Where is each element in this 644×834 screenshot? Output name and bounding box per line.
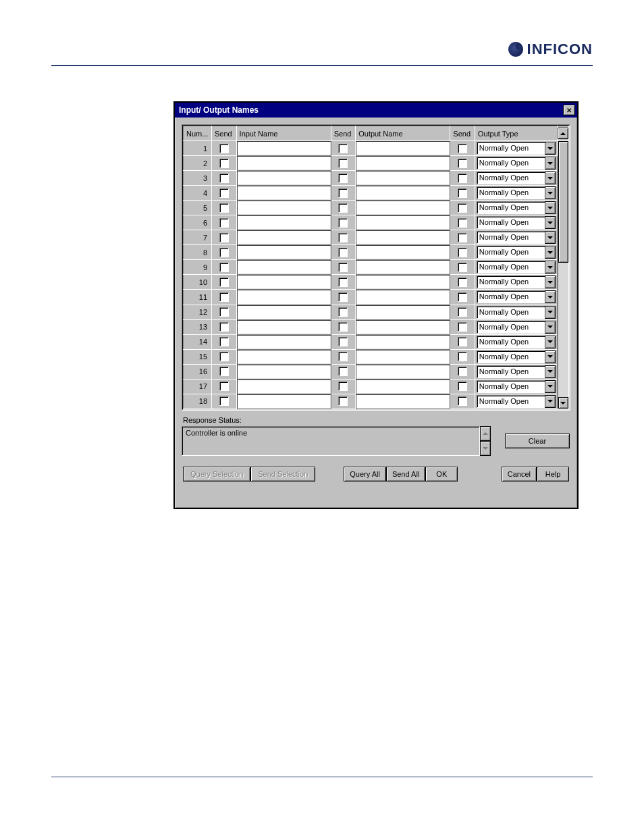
output-type-cell[interactable]: Normally Open: [475, 186, 557, 201]
output-type-cell[interactable]: Normally Open: [475, 215, 557, 230]
send-input-checkbox[interactable]: [212, 305, 237, 319]
checkbox[interactable]: [338, 159, 348, 168]
checkbox[interactable]: [338, 248, 348, 257]
checkbox[interactable]: [338, 278, 348, 287]
send-input-checkbox[interactable]: [212, 186, 237, 201]
checkbox[interactable]: [219, 352, 229, 361]
output-type-dropdown-button[interactable]: [545, 201, 556, 214]
send-input-checkbox[interactable]: [212, 364, 237, 379]
checkbox[interactable]: [458, 203, 467, 213]
output-type-dropdown-button[interactable]: [545, 365, 556, 378]
checkbox[interactable]: [338, 292, 348, 302]
checkbox[interactable]: [458, 352, 467, 361]
checkbox[interactable]: [338, 218, 348, 228]
send-output-checkbox[interactable]: [331, 230, 356, 245]
output-name-field[interactable]: [356, 379, 450, 394]
send-input-checkbox[interactable]: [212, 319, 237, 334]
checkbox[interactable]: [219, 263, 229, 272]
send-type-checkbox[interactable]: [450, 290, 475, 305]
checkbox[interactable]: [338, 174, 348, 183]
input-name-field[interactable]: [236, 230, 331, 245]
output-type-cell[interactable]: Normally Open: [475, 201, 557, 215]
output-type-dropdown-button[interactable]: [545, 276, 556, 288]
output-type-dropdown-button[interactable]: [545, 380, 556, 393]
checkbox[interactable]: [458, 322, 467, 332]
send-type-checkbox[interactable]: [450, 260, 475, 275]
output-type-cell[interactable]: Normally Open: [475, 275, 557, 290]
output-name-field[interactable]: [356, 319, 450, 334]
send-output-checkbox[interactable]: [331, 156, 356, 171]
output-type-cell[interactable]: Normally Open: [475, 141, 557, 156]
input-name-field[interactable]: [236, 394, 331, 409]
checkbox[interactable]: [338, 382, 348, 391]
input-name-field[interactable]: [236, 349, 331, 364]
output-type-dropdown-button[interactable]: [545, 350, 556, 363]
output-name-field[interactable]: [356, 290, 450, 305]
checkbox[interactable]: [219, 337, 229, 346]
output-name-field[interactable]: [356, 349, 450, 364]
send-output-checkbox[interactable]: [331, 305, 356, 319]
send-type-checkbox[interactable]: [450, 275, 475, 290]
output-name-field[interactable]: [356, 260, 450, 275]
checkbox[interactable]: [338, 307, 348, 317]
checkbox[interactable]: [458, 248, 467, 257]
output-type-dropdown-button[interactable]: [545, 186, 556, 199]
output-name-field[interactable]: [356, 275, 450, 290]
table-scrollbar[interactable]: [557, 141, 568, 409]
output-type-dropdown-button[interactable]: [545, 261, 556, 273]
output-name-field[interactable]: [356, 141, 450, 156]
send-type-checkbox[interactable]: [450, 171, 475, 186]
checkbox[interactable]: [219, 322, 229, 332]
output-name-field[interactable]: [356, 156, 450, 171]
send-output-checkbox[interactable]: [331, 141, 356, 156]
query-all-button[interactable]: Query All: [344, 467, 386, 481]
send-input-checkbox[interactable]: [212, 349, 237, 364]
checkbox[interactable]: [219, 188, 229, 198]
checkbox[interactable]: [219, 203, 229, 213]
checkbox[interactable]: [219, 307, 229, 317]
output-type-cell[interactable]: Normally Open: [475, 171, 557, 186]
output-name-field[interactable]: [356, 215, 450, 230]
scroll-up-button[interactable]: [558, 128, 568, 139]
send-type-checkbox[interactable]: [450, 319, 475, 334]
send-type-checkbox[interactable]: [450, 215, 475, 230]
send-input-checkbox[interactable]: [212, 230, 237, 245]
send-output-checkbox[interactable]: [331, 290, 356, 305]
output-type-dropdown-button[interactable]: [545, 306, 556, 319]
output-name-field[interactable]: [356, 394, 450, 409]
send-type-checkbox[interactable]: [450, 201, 475, 215]
input-name-field[interactable]: [236, 260, 331, 275]
checkbox[interactable]: [219, 218, 229, 228]
scrollbar-thumb[interactable]: [558, 141, 568, 263]
send-input-checkbox[interactable]: [212, 156, 237, 171]
output-type-cell[interactable]: Normally Open: [475, 305, 557, 319]
dialog-titlebar[interactable]: Input/ Output Names ✕: [175, 103, 577, 118]
clear-button[interactable]: Clear: [505, 434, 570, 448]
output-type-cell[interactable]: Normally Open: [475, 379, 557, 394]
output-name-field[interactable]: [356, 305, 450, 319]
output-type-dropdown-button[interactable]: [545, 231, 556, 244]
output-type-cell[interactable]: Normally Open: [475, 394, 557, 409]
output-type-cell[interactable]: Normally Open: [475, 230, 557, 245]
send-type-checkbox[interactable]: [450, 394, 475, 409]
output-type-dropdown-button[interactable]: [545, 290, 556, 303]
checkbox[interactable]: [458, 337, 467, 346]
checkbox[interactable]: [219, 367, 229, 376]
output-name-field[interactable]: [356, 230, 450, 245]
checkbox[interactable]: [219, 382, 229, 391]
send-type-checkbox[interactable]: [450, 156, 475, 171]
checkbox[interactable]: [458, 292, 467, 302]
checkbox[interactable]: [338, 233, 348, 242]
output-type-dropdown-button[interactable]: [545, 336, 556, 348]
status-scroll-down[interactable]: [480, 441, 491, 456]
send-type-checkbox[interactable]: [450, 349, 475, 364]
query-selection-button[interactable]: Query Selection: [183, 467, 250, 481]
output-type-dropdown-button[interactable]: [545, 395, 556, 408]
checkbox[interactable]: [338, 144, 348, 153]
send-input-checkbox[interactable]: [212, 171, 237, 186]
send-selection-button[interactable]: Send Selection: [250, 467, 315, 481]
checkbox[interactable]: [219, 292, 229, 302]
checkbox[interactable]: [458, 307, 467, 317]
send-type-checkbox[interactable]: [450, 379, 475, 394]
send-output-checkbox[interactable]: [331, 394, 356, 409]
